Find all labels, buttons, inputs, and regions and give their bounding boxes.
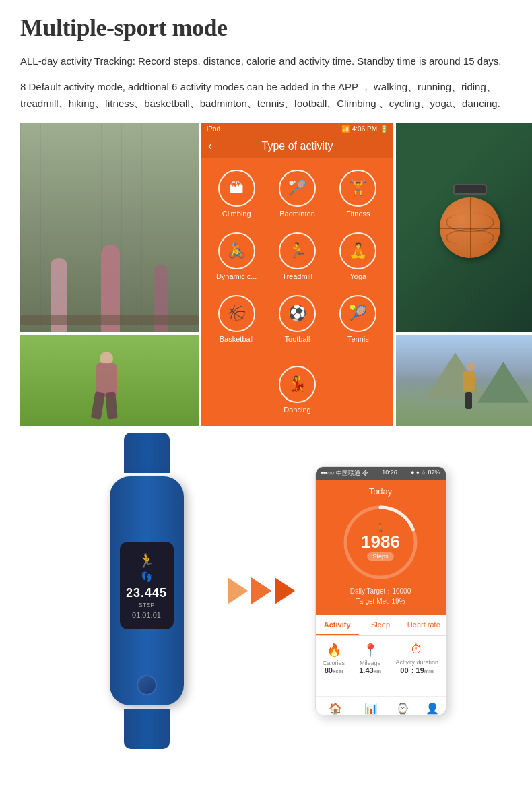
app-today-label: Today: [369, 486, 393, 497]
mileage-value: 1.43km: [359, 666, 381, 674]
activity-badminton[interactable]: 🏸 Badminton: [267, 164, 327, 226]
app-stats: 🔥 Calories 80kcal 📍 Mileage 1.43km ⏱ Act…: [316, 636, 446, 682]
stat-mileage: 📍 Mileage 1.43km: [359, 643, 381, 676]
activity-climbing[interactable]: 🏔 Climbing: [207, 164, 266, 226]
mileage-icon: 📍: [363, 643, 378, 658]
fitness-label: Fitness: [346, 210, 370, 218]
nav-details[interactable]: 📊 Details: [362, 702, 380, 715]
activity-fitness[interactable]: 🏋 Fitness: [329, 164, 388, 226]
activity-treadmill[interactable]: 🏃 Treadmill: [267, 227, 327, 288]
mileage-label: Mileage: [360, 660, 381, 666]
tab-sleep[interactable]: Sleep: [359, 615, 402, 635]
description-1: ALL-day activity Tracking: Record steps,…: [20, 53, 512, 70]
band-time: 01:01:01: [132, 611, 161, 619]
band-screen: 🏃 👣 23.445 STEP 01:01:01: [120, 542, 174, 629]
steps-badge: Steps: [367, 552, 393, 561]
dynamic-icon: 🚴: [218, 232, 255, 269]
arrow-1-icon: [228, 577, 248, 604]
chart-icon: 📊: [364, 702, 378, 715]
activity-grid: 🏔 Climbing 🏸 Badminton 🏋 Fitness 🚴 Dynam…: [201, 158, 393, 358]
tennis-icon: 🎾: [339, 295, 376, 332]
band-button[interactable]: [137, 675, 157, 695]
walker-icon: 🚶: [376, 523, 385, 532]
home-icon: 🏠: [329, 702, 342, 715]
basketball-image: [396, 123, 532, 332]
phone-time: 4:06 PM: [352, 125, 377, 133]
duration-icon: ⏱: [411, 643, 423, 657]
app-time: 10:26: [382, 469, 397, 478]
dancing-row: 💃 Dancing: [201, 358, 393, 426]
phone-app-header: ‹ Type of activity: [201, 135, 393, 158]
badminton-label: Badminton: [279, 210, 315, 218]
stretching-image: [20, 335, 199, 426]
back-arrow-icon[interactable]: ‹: [208, 139, 212, 153]
phone-app-image: iPod 📶 4:06 PM 🔋 ‹ Type of activity 🏔 Cl…: [201, 123, 393, 426]
band-steps: 23.445: [126, 586, 167, 600]
treadmill-label: Treadmill: [282, 272, 312, 280]
daily-target: Daily Target：10000: [350, 587, 411, 596]
tennis-label: Tennis: [347, 335, 369, 343]
basketball-label: Basketball: [220, 335, 254, 343]
app-mockup: •••○○ 中国联通 令 10:26 ● ♦ ☆ 87% Today 🚶 198…: [315, 466, 446, 715]
gym-image: [20, 123, 199, 332]
treadmill-icon: 🏃: [279, 232, 316, 269]
activity-basketball[interactable]: 🏀 Basketball: [207, 290, 266, 351]
climbing-icon: 🏔: [218, 170, 255, 207]
page-title: Multiple-sport mode: [20, 13, 512, 42]
activity-football[interactable]: ⚽ Tootball: [267, 290, 327, 351]
band-body: 🏃 👣 23.445 STEP 01:01:01: [110, 476, 184, 705]
app-steps-number: 1986: [361, 532, 400, 552]
description-2: 8 Default activity mode, addtional 6 act…: [20, 78, 512, 113]
tab-activity[interactable]: Activity: [316, 615, 359, 635]
calories-label: Calories: [323, 660, 345, 666]
phone-battery-icon: 🔋: [380, 125, 388, 133]
dynamic-label: Dynamic c...: [216, 272, 257, 280]
nav-device[interactable]: ⌚ Device: [394, 702, 413, 715]
duration-label: Activity duration: [395, 659, 438, 666]
calories-icon: 🔥: [327, 643, 341, 658]
basketball-icon: 🏀: [218, 295, 255, 332]
app-nav: 🏠 Mainpage 📊 Details ⌚ Device 👤 User: [316, 696, 446, 715]
app-carrier: •••○○ 中国联通 令: [321, 469, 368, 478]
runner-icon: 🏃: [138, 552, 155, 569]
hiking-image: [396, 335, 532, 426]
phone-header-title: Type of activity: [262, 140, 333, 152]
band-step-label: STEP: [139, 602, 155, 608]
band-top-strap: [124, 433, 170, 473]
bottom-section: 🏃 👣 23.445 STEP 01:01:01 •••○○ 中国联通 令 10…: [20, 453, 512, 729]
app-steps-section: Today 🚶 1986 Steps Daily Target：10000 Ta…: [316, 480, 446, 615]
yoga-label: Yoga: [350, 272, 366, 280]
football-label: Tootball: [285, 335, 310, 343]
activity-dancing[interactable]: 💃 Dancing: [276, 360, 319, 419]
activity-tennis[interactable]: 🎾 Tennis: [329, 290, 388, 351]
phone-wifi-icon: 📶: [341, 125, 350, 133]
nav-mainpage[interactable]: 🏠 Mainpage: [322, 702, 349, 715]
fitness-band: 🏃 👣 23.445 STEP 01:01:01: [86, 470, 207, 712]
tab-heart-rate[interactable]: Heart rate: [402, 615, 445, 635]
dancing-icon: 💃: [279, 366, 316, 403]
target-met: Target Met: 19%: [356, 598, 405, 605]
arrow-2-icon: [251, 577, 271, 604]
calories-value: 80kcal: [325, 666, 343, 674]
dancing-label: Dancing: [284, 406, 310, 414]
device-icon: ⌚: [396, 702, 409, 715]
steps-icon: 👣: [141, 571, 152, 582]
app-battery: ● ♦ ☆ 87%: [411, 469, 440, 478]
stat-duration: ⏱ Activity duration 00：19min: [395, 643, 438, 676]
user-icon: 👤: [426, 702, 439, 715]
phone-status-bar: iPod 📶 4:06 PM 🔋: [201, 123, 393, 135]
activity-yoga[interactable]: 🧘 Yoga: [329, 227, 388, 288]
activity-dynamic[interactable]: 🚴 Dynamic c...: [207, 227, 266, 288]
duration-value: 00：19min: [400, 666, 434, 676]
app-tabs: Activity Sleep Heart rate: [316, 615, 446, 636]
sync-arrows: [228, 577, 295, 604]
nav-user[interactable]: 👤 User: [426, 702, 439, 715]
band-bottom-strap: [124, 709, 170, 749]
climbing-label: Climbing: [222, 210, 251, 218]
app-status-bar: •••○○ 中国联通 令 10:26 ● ♦ ☆ 87%: [316, 467, 446, 480]
steps-circle-container: 🚶 1986 Steps: [340, 502, 421, 583]
image-grid: iPod 📶 4:06 PM 🔋 ‹ Type of activity 🏔 Cl…: [20, 123, 512, 426]
fitness-icon: 🏋: [339, 170, 376, 207]
arrow-3-icon: [275, 577, 295, 604]
stat-calories: 🔥 Calories 80kcal: [323, 643, 345, 676]
